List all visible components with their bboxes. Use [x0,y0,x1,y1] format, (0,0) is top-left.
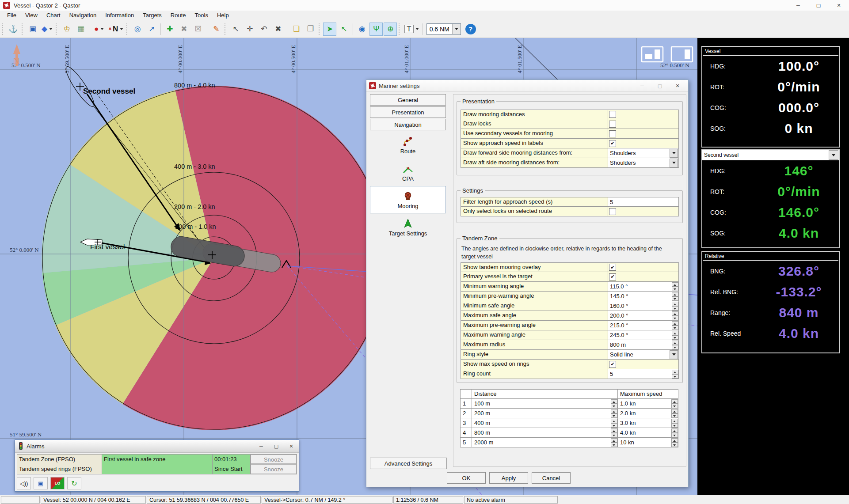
tandem-overlay-checkbox[interactable]: ✔ [609,264,616,271]
min-safe-angle-input[interactable]: 160.0 ° [608,301,678,311]
north-up-button[interactable]: N [107,23,125,36]
menu-help[interactable]: Help [213,11,233,20]
speed-input[interactable]: 3.0 kn [618,418,678,428]
spinner[interactable] [611,409,617,418]
nav-navigation[interactable]: Navigation [370,119,446,130]
route-checklist-button[interactable]: ▣ [26,23,39,36]
distance-input[interactable]: 200 m [472,409,618,418]
nav-mooring[interactable]: Mooring [370,186,446,213]
save-route-button[interactable]: ❐ [304,23,317,36]
range-scale-combobox[interactable]: 0.6 NM [426,23,461,35]
menu-view[interactable]: View [21,11,42,20]
remove-target-button[interactable]: ✖ [177,23,190,36]
distance-input[interactable]: 800 m [472,428,618,437]
speed-input[interactable]: 4.0 kn [618,428,678,437]
pan-hand-button[interactable]: ✛ [243,23,256,36]
toolbar-grip[interactable] [56,23,58,35]
globe-feed-button[interactable]: ⊕ [384,23,397,36]
distance-input[interactable]: 400 m [472,418,618,428]
spinner[interactable] [671,409,678,418]
menu-file[interactable]: File [3,11,21,20]
spinner[interactable] [671,419,678,428]
spinner[interactable] [611,428,617,437]
close-button[interactable]: ✕ [669,81,686,91]
nav-presentation[interactable]: Presentation [370,106,446,118]
toolbar-grip[interactable] [225,23,227,35]
chart-settings-button[interactable]: ▦ [74,23,88,36]
vessel-anchor-button[interactable]: ⚓ [7,23,20,36]
apply-button[interactable]: Apply [489,472,528,484]
alarms-title-bar[interactable]: Alarms ─ ▢ ✕ [15,440,299,453]
radar-rings-button[interactable]: ◎ [131,23,144,36]
spinner[interactable] [671,438,678,447]
lost-target-button[interactable]: ☒ [191,23,205,36]
speed-input[interactable]: 10 kn [618,438,678,447]
close-button[interactable]: ✕ [284,441,299,451]
spinner[interactable] [611,438,617,447]
close-button[interactable]: ✕ [829,0,849,11]
text-tool-button[interactable]: T [403,23,420,36]
toolbar-grip[interactable] [319,23,321,35]
network-globe-button[interactable]: ◉ [355,23,369,36]
target-vessel-dropdown-button[interactable] [829,150,838,160]
spinner[interactable] [672,341,678,349]
snooze-button[interactable]: Snooze [251,464,297,474]
spinner[interactable] [672,292,678,301]
speed-input[interactable]: 1.0 kn [618,399,678,408]
show-tracks-button[interactable]: ➤ [323,23,336,36]
max-safe-angle-input[interactable]: 200.0 ° [608,311,678,320]
toolbar-grip[interactable] [22,23,24,35]
open-route-button[interactable]: ❏ [289,23,303,36]
chart-objects-button[interactable]: ◆ [40,23,54,36]
draw-locks-checkbox[interactable] [609,121,616,128]
toolbar-grip[interactable] [126,23,129,35]
menu-tools[interactable]: Tools [190,11,213,20]
nav-target-settings[interactable]: Target Settings [370,213,446,241]
spinner[interactable] [672,370,678,379]
distance-input[interactable]: 100 m [472,399,618,408]
max-warning-angle-input[interactable]: 245.0 ° [608,330,678,340]
menu-targets[interactable]: Targets [138,11,166,20]
speed-input[interactable]: 2.0 kn [618,409,678,418]
alarm-export-button[interactable]: ▣ [34,477,48,489]
spinner[interactable] [672,282,678,291]
advanced-settings-button[interactable]: Advanced Settings [370,458,447,469]
nav-route[interactable]: Route [370,131,446,159]
menu-chart[interactable]: Chart [42,11,65,20]
menu-route[interactable]: Route [166,11,190,20]
locks-on-route-checkbox[interactable] [609,208,616,215]
edit-route-pen-button[interactable]: ✎ [209,23,223,36]
toolbar-grip[interactable] [399,23,401,35]
chevron-down-icon[interactable] [670,350,678,359]
approach-speed-checkbox[interactable]: ✔ [609,140,616,147]
help-button[interactable]: ? [465,24,476,34]
delete-point-button[interactable]: ✖ [271,23,285,36]
forward-mooring-dropdown[interactable]: Shoulders [608,149,678,158]
spinner[interactable] [672,302,678,311]
alarm-reload-button[interactable]: ↻ [67,477,81,489]
ring-style-dropdown[interactable]: Solid line [608,350,678,359]
spinner[interactable] [672,321,678,330]
max-speed-rings-checkbox[interactable]: ✔ [609,361,616,368]
buoy-button[interactable]: ● [92,23,106,36]
max-prewarning-angle-input[interactable]: 215.0 ° [608,321,678,330]
dialog-title-bar[interactable]: Mariner settings ─ ▢ ✕ [366,80,688,92]
route-cursor-button[interactable]: ↖ [229,23,242,36]
spinner[interactable] [672,311,678,320]
max-radius-input[interactable]: 800 m [608,340,678,349]
select-green-cursor-button[interactable]: ↖ [337,23,350,36]
minimize-button[interactable]: ─ [254,441,269,451]
target-vessel-combobox[interactable]: Second vessel [702,150,839,160]
add-target-button[interactable]: ✚ [163,23,176,36]
pilot-button[interactable]: ♔ [60,23,73,36]
menu-navigation[interactable]: Navigation [65,11,101,20]
min-prewarning-angle-input[interactable]: 145.0 ° [608,292,678,301]
nav-general[interactable]: General [370,94,446,106]
antenna-feed-button[interactable]: Ψ [369,23,383,36]
ring-count-input[interactable]: 5 [608,369,678,379]
aft-mooring-dropdown[interactable]: Shoulders [608,159,678,167]
cancel-button[interactable]: Cancel [532,472,571,484]
spinner[interactable] [611,419,617,428]
draw-mooring-distances-checkbox[interactable] [609,111,616,118]
spinner[interactable] [671,428,678,437]
